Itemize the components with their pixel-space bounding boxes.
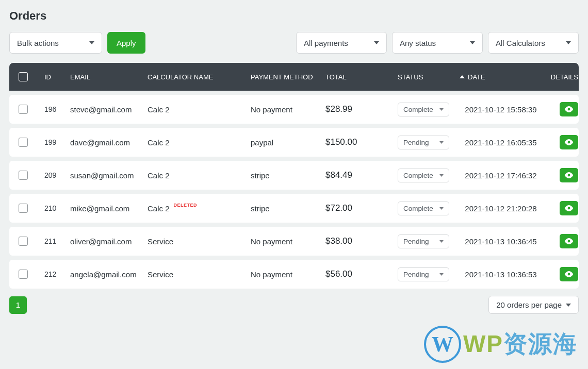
column-status: STATUS: [398, 73, 460, 81]
table-header: ID EMAIL CALCULATOR NAME PAYMENT METHOD …: [9, 63, 579, 91]
column-email: EMAIL: [70, 73, 148, 81]
status-label: Pending: [403, 238, 429, 245]
cell-email: steve@gmail.com: [70, 105, 148, 114]
per-page-select[interactable]: 20 orders per page: [488, 296, 579, 314]
cell-payment: stripe: [251, 171, 325, 180]
page-title: Orders: [9, 9, 579, 23]
table-footer: 1 20 orders per page: [9, 296, 579, 314]
sort-asc-icon: [460, 75, 465, 78]
cell-email: susan@gmail.com: [70, 171, 148, 180]
cell-calculator: Calc 2DELETED: [148, 204, 251, 213]
cell-calculator: Service: [148, 237, 251, 246]
page-1-button[interactable]: 1: [9, 296, 27, 314]
row-checkbox[interactable]: [19, 237, 28, 246]
status-select[interactable]: Pending: [398, 234, 449, 248]
view-details-button[interactable]: [560, 168, 578, 182]
cell-calculator: Service: [148, 270, 251, 279]
eye-icon: [564, 139, 574, 146]
filter-status-select[interactable]: Any status: [392, 32, 483, 54]
status-label: Complete: [403, 205, 433, 212]
bulk-actions-select[interactable]: Bulk actions: [9, 32, 102, 54]
eye-icon: [564, 238, 574, 245]
cell-email: angela@gmail.com: [70, 270, 148, 279]
cell-email: oliver@gmail.com: [70, 237, 148, 246]
cell-payment: No payment: [251, 237, 325, 246]
status-label: Complete: [403, 172, 433, 179]
status-select[interactable]: Pending: [398, 267, 449, 281]
table-row: 211oliver@gmail.comServiceNo payment$38.…: [9, 227, 579, 256]
eye-icon: [564, 271, 574, 278]
view-details-button[interactable]: [560, 135, 578, 149]
bulk-actions-label: Bulk actions: [17, 39, 59, 47]
view-details-button[interactable]: [560, 267, 578, 281]
status-label: Pending: [403, 271, 429, 278]
cell-total: $28.99: [325, 104, 398, 114]
select-all-checkbox[interactable]: [19, 72, 28, 81]
table-row: 210mike@gmail.comCalc 2DELETEDstripe$72.…: [9, 194, 579, 223]
view-details-button[interactable]: [560, 102, 578, 116]
filter-status-label: Any status: [400, 39, 436, 47]
cell-email: mike@gmail.com: [70, 204, 148, 213]
table-row: 212angela@gmail.comServiceNo payment$56.…: [9, 260, 579, 289]
cell-calculator: Calc 2: [148, 138, 251, 147]
apply-button[interactable]: Apply: [107, 32, 145, 54]
chevron-down-icon: [439, 207, 444, 210]
cell-date: 2021-10-13 10:36:53: [460, 270, 542, 279]
cell-total: $72.00: [325, 203, 398, 213]
toolbar: Bulk actions Apply All payments Any stat…: [9, 32, 579, 54]
chevron-down-icon: [439, 174, 444, 177]
svg-point-0: [568, 108, 570, 111]
status-select[interactable]: Complete: [398, 202, 449, 215]
cell-total: $150.00: [325, 137, 398, 147]
cell-total: $38.00: [325, 236, 398, 246]
filter-payments-label: All payments: [304, 39, 348, 47]
column-total: TOTAL: [325, 73, 398, 81]
eye-icon: [564, 205, 574, 212]
eye-icon: [564, 172, 574, 179]
column-payment: PAYMENT METHOD: [251, 73, 325, 81]
cell-payment: paypal: [251, 138, 325, 147]
column-id: ID: [44, 73, 70, 81]
row-checkbox[interactable]: [19, 204, 28, 213]
status-select[interactable]: Pending: [398, 136, 449, 149]
row-checkbox[interactable]: [19, 138, 28, 147]
filter-calculators-label: All Calculators: [496, 39, 545, 47]
view-details-button[interactable]: [560, 201, 578, 215]
filter-payments-select[interactable]: All payments: [296, 32, 387, 54]
cell-date: 2021-10-12 21:20:28: [460, 204, 542, 213]
table-row: 199dave@gmail.comCalc 2paypal$150.00Pend…: [9, 128, 579, 157]
cell-id: 211: [44, 237, 70, 245]
status-label: Pending: [403, 139, 429, 146]
chevron-down-icon: [470, 41, 475, 44]
cell-total: $56.00: [325, 269, 398, 279]
cell-date: 2021-10-12 17:46:32: [460, 171, 542, 180]
table-row: 209susan@gmail.comCalc 2stripe$84.49Comp…: [9, 161, 579, 190]
cell-id: 209: [44, 171, 70, 179]
chevron-down-icon: [566, 41, 571, 44]
status-label: Complete: [403, 106, 433, 113]
status-select[interactable]: Complete: [398, 103, 449, 116]
cell-id: 196: [44, 105, 70, 113]
chevron-down-icon: [439, 141, 444, 144]
row-checkbox[interactable]: [19, 105, 28, 114]
cell-payment: stripe: [251, 204, 325, 213]
cell-id: 212: [44, 270, 70, 278]
row-checkbox[interactable]: [19, 171, 28, 180]
filter-calculators-select[interactable]: All Calculators: [488, 32, 579, 54]
chevron-down-icon: [439, 108, 444, 111]
column-date-sort[interactable]: DATE: [460, 73, 542, 81]
cell-payment: No payment: [251, 105, 325, 114]
cell-payment: No payment: [251, 270, 325, 279]
chevron-down-icon: [439, 240, 444, 243]
status-select[interactable]: Complete: [398, 169, 449, 182]
cell-calculator: Calc 2: [148, 171, 251, 180]
view-details-button[interactable]: [560, 234, 578, 248]
svg-point-5: [568, 273, 570, 276]
deleted-badge: DELETED: [174, 203, 198, 208]
column-calculator: CALCULATOR NAME: [148, 73, 251, 81]
cell-id: 199: [44, 138, 70, 146]
row-checkbox[interactable]: [19, 270, 28, 279]
cell-date: 2021-10-12 16:05:35: [460, 138, 542, 147]
cell-email: dave@gmail.com: [70, 138, 148, 147]
cell-calculator: Calc 2: [148, 105, 251, 114]
